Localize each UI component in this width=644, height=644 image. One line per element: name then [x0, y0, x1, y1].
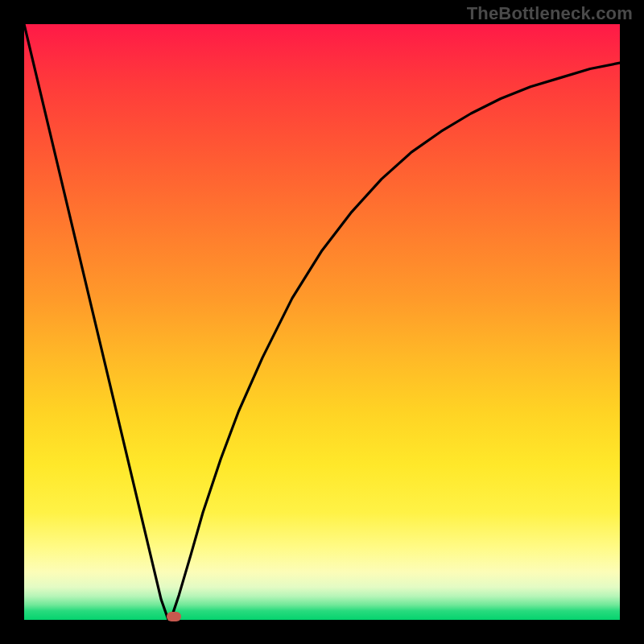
- bottleneck-curve: [24, 24, 620, 620]
- watermark-text: TheBottleneck.com: [467, 3, 633, 24]
- plot-area: [24, 24, 620, 620]
- minimum-marker: [167, 612, 181, 621]
- chart-frame: TheBottleneck.com: [0, 0, 644, 644]
